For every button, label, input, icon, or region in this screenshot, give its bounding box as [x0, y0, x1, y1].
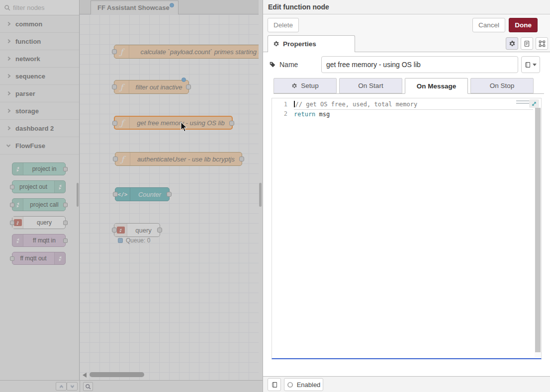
library-export-button[interactable] — [268, 378, 281, 391]
tray-footer: Enabled — [263, 376, 550, 392]
tag-icon — [269, 61, 276, 68]
done-button[interactable]: Done — [509, 18, 538, 32]
workspace-region: common function network sequence parser … — [0, 0, 263, 392]
tab-label: On Start — [358, 82, 383, 89]
tray-toolbar: Delete Cancel Done — [263, 14, 550, 35]
appearance-view-button[interactable] — [536, 37, 548, 50]
book-icon — [525, 62, 531, 68]
tab-on-stop[interactable]: On Stop — [470, 78, 534, 93]
document-icon — [524, 40, 530, 47]
book-icon — [272, 382, 277, 388]
chevron-down-icon — [533, 64, 537, 66]
tray-body: Name Setup On Start On Message On Stop — [263, 52, 550, 376]
tab-label: Properties — [283, 40, 316, 48]
code-editor[interactable]: 1 2 // get OS free, used, total memory r… — [272, 98, 542, 359]
line-numbers: 1 2 — [272, 100, 294, 119]
tab-properties[interactable]: Properties — [268, 35, 355, 52]
name-input[interactable] — [321, 56, 518, 73]
code-content[interactable]: // get OS free, used, total memory retur… — [294, 100, 533, 119]
function-tabs: Setup On Start On Message On Stop — [274, 78, 544, 94]
editor-scrollbar[interactable] — [535, 108, 541, 357]
tab-label: On Message — [417, 82, 457, 90]
circle-icon — [287, 382, 293, 388]
gear-icon — [291, 83, 297, 89]
node-red-editor: common function network sequence parser … — [0, 0, 550, 392]
enabled-toggle-button[interactable]: Enabled — [284, 378, 323, 391]
gear-icon — [273, 41, 279, 47]
library-dropdown-button[interactable] — [521, 56, 540, 73]
tab-on-message[interactable]: On Message — [405, 78, 468, 94]
tab-label: On Stop — [490, 82, 515, 89]
mouse-cursor — [181, 122, 188, 135]
tab-label: Setup — [301, 82, 318, 89]
cancel-button[interactable]: Cancel — [472, 18, 505, 32]
editor-tabs: Properties — [263, 35, 550, 52]
gear-icon — [509, 40, 516, 47]
edit-tray: Edit function node Delete Cancel Done Pr… — [263, 0, 550, 392]
tab-setup[interactable]: Setup — [274, 78, 337, 93]
name-row: Name — [269, 56, 540, 73]
enabled-label: Enabled — [297, 381, 321, 389]
name-label: Name — [269, 61, 321, 69]
selection-box-icon — [539, 40, 546, 47]
properties-view-button[interactable] — [506, 37, 518, 50]
code-line-1[interactable]: // get OS free, used, total memory — [294, 100, 533, 110]
expand-editor-button[interactable] — [529, 99, 539, 108]
tab-on-start[interactable]: On Start — [339, 78, 402, 93]
code-line-2[interactable]: return msg — [294, 110, 533, 119]
description-view-button[interactable] — [521, 37, 533, 50]
text-cursor — [294, 101, 295, 107]
expand-icon — [531, 101, 537, 107]
delete-button[interactable]: Delete — [268, 18, 299, 32]
tray-title: Edit function node — [263, 0, 550, 14]
editor-scroll-thumb[interactable] — [535, 108, 541, 352]
modal-shade — [0, 0, 263, 392]
